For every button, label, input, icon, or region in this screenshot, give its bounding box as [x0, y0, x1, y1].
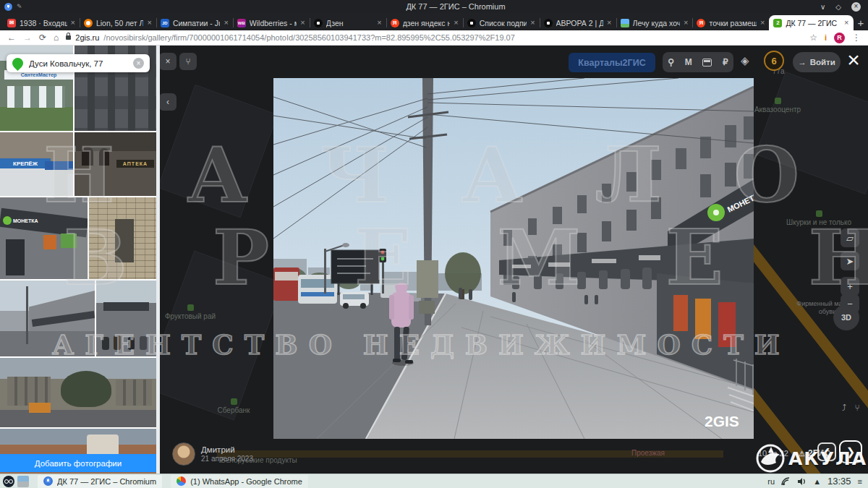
clear-search-icon[interactable]: ×	[133, 58, 144, 69]
tab-dzen[interactable]: Дзен×	[310, 15, 386, 30]
transport-icon[interactable]	[702, 59, 712, 67]
jd-icon	[161, 19, 169, 27]
add-photos-button[interactable]: Добавить фотографии	[0, 454, 156, 472]
app-launcher-icon[interactable]	[3, 476, 14, 487]
quarters-2gis-button[interactable]: Кварталы2ГИС	[569, 53, 655, 72]
previous-photo-button[interactable]: ❮	[817, 442, 836, 461]
url-domain: 2gis.ru	[75, 33, 99, 42]
task-chromium[interactable]: ДК 77 — 2ГИС – Chromium	[38, 475, 162, 488]
author-avatar[interactable]	[172, 442, 195, 466]
reload-icon[interactable]: ⟳	[39, 33, 46, 42]
tab-sympathy[interactable]: Симпатии - Juli×	[156, 15, 233, 30]
street-photo[interactable]: МОНЕТКА	[273, 78, 754, 439]
yandex-icon	[697, 19, 705, 27]
tab-close-icon[interactable]: ×	[760, 19, 765, 27]
tray-menu-icon[interactable]: ≡	[858, 477, 862, 486]
zoom-in-button[interactable]: +	[841, 277, 859, 296]
tab-close-icon[interactable]: ×	[300, 19, 305, 27]
ruble-icon[interactable]: ₽	[723, 57, 728, 67]
task-whatsapp[interactable]: (1) WhatsApp - Google Chrome	[171, 475, 308, 488]
route-icon[interactable]: ⑂	[179, 53, 197, 70]
locate-icon[interactable]: ➤	[841, 252, 859, 270]
panel-close-icon[interactable]: ×	[159, 53, 176, 70]
ruler-icon[interactable]: ▱	[841, 228, 859, 247]
forward-icon[interactable]: →	[23, 33, 32, 42]
collapse-panel-icon[interactable]: ‹	[159, 93, 176, 111]
close-window-button[interactable]: ×	[851, 2, 861, 12]
tab-wildberries[interactable]: Wildberries - мо×	[233, 15, 310, 30]
metro-icon[interactable]: M	[685, 57, 692, 67]
address-field[interactable]: 2gis.ru /novosibirsk/gallery/firm/700000…	[66, 33, 802, 42]
street-photo-svg: МОНЕТКА	[273, 78, 754, 439]
dzen-icon	[467, 19, 476, 27]
friends-icon[interactable]: ⚲	[668, 57, 674, 67]
routes-icon[interactable]: ⑂	[851, 401, 864, 414]
clock[interactable]: 13:35	[827, 476, 851, 487]
network-icon[interactable]	[781, 477, 791, 486]
tab-close-icon[interactable]: ×	[607, 19, 611, 27]
volume-icon[interactable]	[797, 477, 807, 486]
3d-mode-button[interactable]: 3D	[833, 304, 859, 330]
taskbar: ДК 77 — 2ГИС – Chromium (1) WhatsApp - G…	[0, 474, 868, 488]
bookmark-star-icon[interactable]: ☆	[809, 33, 817, 42]
2gis-icon	[773, 19, 782, 27]
system-tray: ru ▲ 13:35 ≡	[767, 476, 868, 487]
map-block	[755, 72, 868, 194]
share-icon[interactable]: ⤴	[838, 401, 851, 414]
map-label-aquazoo[interactable]: Аквазооцентр	[745, 98, 810, 114]
tab-lion[interactable]: Lion, 50 лет Лев×	[80, 15, 156, 30]
maximize-button[interactable]: ◇	[835, 3, 841, 11]
tab-close-icon[interactable]: ×	[454, 19, 458, 27]
home-icon[interactable]: ⌂	[54, 33, 59, 42]
friends-badge[interactable]: 6	[764, 51, 784, 71]
minimize-button[interactable]: ∨	[820, 3, 825, 11]
tab-bar: 1938 · Входящи× Lion, 50 лет Лев× Симпат…	[0, 13, 868, 30]
tab-close-icon[interactable]: ×	[224, 19, 228, 27]
login-arrow-icon: →	[798, 58, 807, 67]
browser-menu-icon[interactable]: ⋮	[852, 33, 861, 42]
thumbnail-monetka[interactable]: МОНЕТКА	[0, 197, 88, 279]
viewer-close-button[interactable]: ×	[842, 48, 865, 72]
tab-close-icon[interactable]: ×	[844, 19, 848, 27]
tab-close-icon[interactable]: ×	[684, 19, 688, 27]
tab-close-icon[interactable]: ×	[377, 19, 381, 27]
window-titlebar: ✎ ДК 77 — 2ГИС – Chromium ∨ ◇ ×	[0, 0, 868, 13]
tab-placement[interactable]: точки размещен×	[692, 15, 769, 30]
tab-close-icon[interactable]: ×	[147, 19, 151, 27]
tray-expand-icon[interactable]: ▲	[813, 477, 821, 486]
keyboard-layout[interactable]: ru	[767, 477, 775, 486]
thumbnail-classic-building[interactable]	[0, 358, 156, 427]
system-app-icon[interactable]	[17, 476, 29, 487]
warning-icon[interactable]: ⚠	[799, 450, 805, 458]
back-icon[interactable]: ←	[7, 33, 16, 42]
thumbnail-street[interactable]	[0, 281, 95, 356]
tab-subscriptions[interactable]: Список подписо×	[463, 15, 540, 30]
tab-yandex-news[interactable]: дзен яндекс но×	[386, 15, 463, 30]
thumbnail-corner[interactable]	[96, 281, 156, 356]
chrome-task-icon	[176, 476, 186, 486]
tab-avrora[interactable]: АВРОРА 2 | Дзен×	[540, 15, 616, 30]
tab-mail[interactable]: 1938 · Входящи×	[3, 15, 80, 30]
sidebar-scrollbar[interactable]	[156, 46, 160, 474]
thumbnail-apteka[interactable]: АПТЕКА	[75, 132, 156, 196]
tab-close-icon[interactable]: ×	[71, 19, 75, 27]
layers-icon[interactable]: ◈	[741, 54, 749, 67]
thumbnail-brick-wall[interactable]	[89, 197, 156, 279]
map-label-sberbank[interactable]: Сбербанк	[208, 398, 259, 415]
dzen-icon	[544, 19, 553, 27]
photo-caption: Дмитрий 21 апреля 2023	[172, 442, 253, 466]
search-box[interactable]: Дуси Ковальчук, 77 ×	[7, 54, 150, 72]
tab-2gis-active[interactable]: ДК 77 — 2ГИС×	[769, 15, 853, 30]
login-button[interactable]: →Войти	[793, 52, 841, 72]
thumbnail-krepezh[interactable]: КРЕПЁЖ	[0, 132, 73, 196]
screen: ✎ ДК 77 — 2ГИС – Chromium ∨ ◇ × 1938 · В…	[0, 0, 868, 488]
next-photo-button[interactable]: ❯	[839, 440, 862, 463]
profile-avatar[interactable]: R	[834, 33, 845, 43]
tab-travel[interactable]: Лечу куда хочу×	[616, 15, 693, 30]
new-tab-button[interactable]: +	[854, 15, 868, 30]
map-block	[144, 251, 284, 421]
map-label-shkurki[interactable]: Шкурки и не только	[775, 210, 862, 227]
map-label-fruit[interactable]: Фруктовый рай	[158, 304, 223, 321]
extension-icon[interactable]: i	[825, 33, 827, 42]
tab-close-icon[interactable]: ×	[530, 19, 535, 27]
